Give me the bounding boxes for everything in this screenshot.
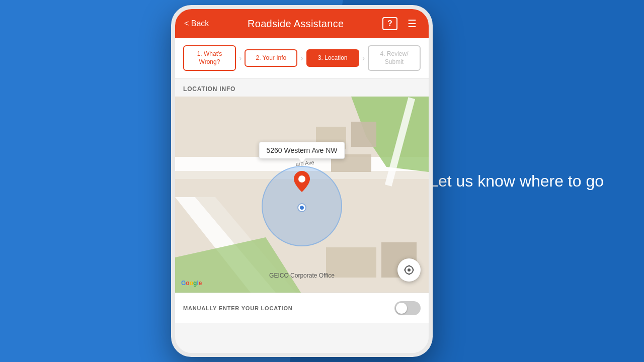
step-2-label: 2. Your Info [256,54,286,61]
app-header: < Back Roadside Assistance ? ☰ [175,9,429,38]
google-watermark: Google [181,280,202,287]
address-text: 5260 Western Ave NW [266,146,337,154]
back-button[interactable]: < Back [184,19,209,28]
manual-entry-toggle[interactable] [394,301,421,315]
phone-screen: < Back Roadside Assistance ? ☰ 1. What's… [175,9,429,353]
app-title: Roadside Assistance [248,18,344,30]
manual-location-row: MANUALLY ENTER YOUR LOCATION [175,293,429,323]
svg-rect-8 [351,122,376,147]
step-arrow-1: › [239,54,242,63]
step-4-label: 4. Review/ Submit [380,50,408,65]
step-arrow-2: › [300,54,303,63]
location-pin [294,171,310,194]
address-tooltip: 5260 Western Ave NW [259,142,345,159]
header-icons: ? ☰ [382,16,420,31]
step-arrow-3: › [362,54,365,63]
side-text: Let us know where to go [429,172,604,191]
step-4: 4. Review/ Submit [368,45,421,71]
step-1-label: 1. What's Wrong? [197,50,222,65]
phone-container: < Back Roadside Assistance ? ☰ 1. What's… [171,5,433,357]
content-area: LOCATION INFO [175,78,429,353]
svg-point-19 [408,268,411,272]
stepper: 1. What's Wrong? › 2. Your Info › 3. Loc… [175,38,429,78]
step-1[interactable]: 1. What's Wrong? [183,45,236,71]
svg-text:GEICO Corporate Office: GEICO Corporate Office [269,272,335,279]
gps-button[interactable] [397,258,421,282]
menu-button[interactable]: ☰ [405,16,420,31]
step-3-label: 3. Location [318,54,348,61]
map-container[interactable]: ard Ave GEICO Corporate Office [175,97,429,293]
step-2[interactable]: 2. Your Info [245,49,297,67]
help-button[interactable]: ? [382,17,397,30]
location-section-label: LOCATION INFO [175,78,429,97]
step-3[interactable]: 3. Location [306,49,359,67]
back-label: < Back [184,19,209,28]
google-g: G [181,280,186,287]
manual-entry-label: MANUALLY ENTER YOUR LOCATION [183,305,293,311]
gps-dot [298,204,305,211]
svg-point-17 [298,175,305,183]
